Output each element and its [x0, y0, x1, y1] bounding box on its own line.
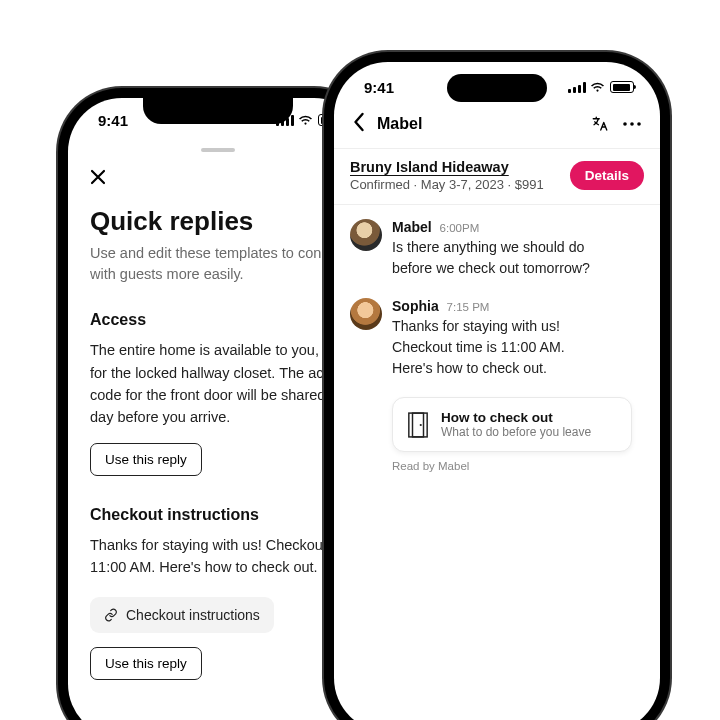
conversation-title: Mabel	[377, 115, 578, 133]
wifi-icon	[298, 115, 313, 126]
read-receipt: Read by Mabel	[392, 460, 644, 472]
sender-name: Mabel	[392, 219, 432, 235]
phone-quick-replies: 9:41 Quick replies Use and edit these te…	[68, 98, 368, 720]
message-time: 6:00PM	[440, 222, 480, 234]
message-time: 7:15 PM	[447, 301, 490, 313]
message-body: Thanks for staying with us! Checkout tim…	[392, 316, 565, 380]
use-this-reply-button-2[interactable]: Use this reply	[90, 647, 202, 680]
trip-meta: Confirmed · May 3-7, 2023 · $991	[350, 177, 544, 192]
page-subtitle: Use and edit these templates to con with…	[90, 243, 346, 285]
svg-point-5	[420, 424, 422, 426]
message-row: Mabel 6:00PM Is there anything we should…	[350, 219, 644, 280]
conversation-navbar: Mabel	[334, 106, 660, 148]
section-heading-checkout: Checkout instructions	[90, 506, 346, 524]
sender-name: Sophia	[392, 298, 439, 314]
phone-message-thread: 9:41 Mabel Bruny Island Hideaway Confir	[334, 62, 660, 720]
more-options-button[interactable]	[622, 114, 642, 134]
cellular-signal-icon	[276, 115, 293, 126]
link-icon	[104, 608, 118, 622]
section-heading-access: Access	[90, 311, 346, 329]
message-row: Sophia 7:15 PM Thanks for staying with u…	[350, 298, 644, 380]
svg-point-1	[630, 122, 634, 126]
svg-rect-4	[413, 413, 424, 437]
avatar[interactable]	[350, 298, 382, 330]
checkout-instructions-chip[interactable]: Checkout instructions	[90, 597, 274, 633]
chip-label: Checkout instructions	[126, 607, 260, 623]
message-body: Is there anything we should do before we…	[392, 237, 590, 280]
dynamic-island	[447, 74, 547, 102]
avatar[interactable]	[350, 219, 382, 251]
use-this-reply-button[interactable]: Use this reply	[90, 443, 202, 476]
message-header: Mabel 6:00PM	[392, 219, 590, 235]
close-icon	[90, 169, 106, 185]
card-subtitle: What to do before you leave	[441, 425, 591, 439]
translate-icon	[591, 115, 609, 133]
notch	[143, 98, 293, 124]
door-icon	[407, 411, 429, 439]
trip-summary-bar: Bruny Island Hideaway Confirmed · May 3-…	[334, 148, 660, 205]
message-thread: Mabel 6:00PM Is there anything we should…	[334, 205, 660, 478]
chevron-left-icon	[352, 112, 365, 132]
close-button[interactable]	[90, 164, 346, 206]
back-button[interactable]	[352, 112, 365, 136]
message-header: Sophia 7:15 PM	[392, 298, 565, 314]
more-icon	[623, 122, 641, 126]
battery-icon	[610, 81, 634, 93]
svg-point-0	[623, 122, 627, 126]
access-body: The entire home is available to you, e f…	[90, 339, 346, 429]
checkout-body: Thanks for staying with us! Checkout 11:…	[90, 534, 346, 579]
cellular-signal-icon	[568, 82, 585, 93]
status-time: 9:41	[364, 79, 394, 96]
svg-rect-3	[409, 413, 427, 437]
svg-point-2	[637, 122, 641, 126]
details-button[interactable]: Details	[570, 161, 644, 190]
translate-button[interactable]	[590, 114, 610, 134]
checkout-card[interactable]: How to check out What to do before you l…	[392, 397, 632, 452]
page-title: Quick replies	[90, 206, 346, 237]
wifi-icon	[590, 82, 605, 93]
card-title: How to check out	[441, 410, 591, 425]
status-time: 9:41	[98, 112, 128, 129]
sheet-grabber[interactable]	[201, 148, 235, 152]
listing-title-link[interactable]: Bruny Island Hideaway	[350, 159, 544, 175]
